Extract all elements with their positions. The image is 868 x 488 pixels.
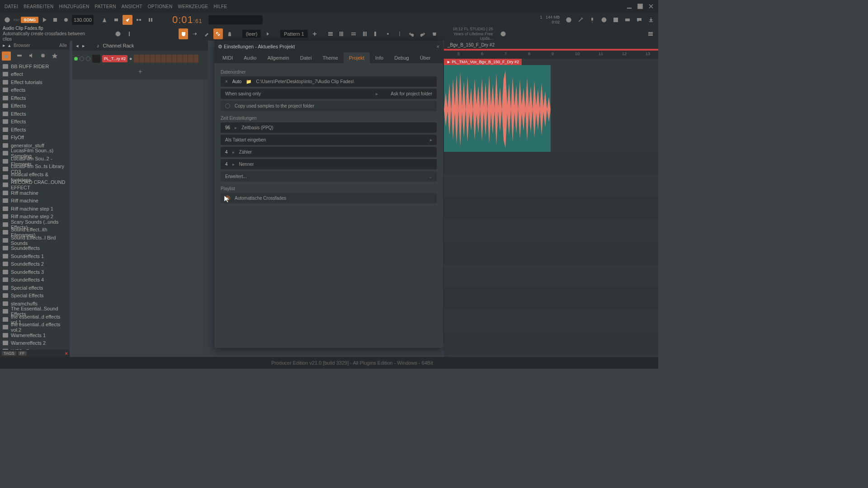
close-icon[interactable] — [646, 1, 656, 12]
playlist-icon[interactable] — [326, 28, 335, 39]
tab-debug[interactable]: Debug — [389, 52, 414, 63]
browser-item[interactable]: Soundeffects 3 — [0, 268, 70, 276]
metronome-icon[interactable] — [99, 14, 110, 25]
step-button[interactable] — [145, 55, 150, 63]
playlist-ruler[interactable]: 5678910111213 — [444, 51, 658, 59]
stop-button[interactable] — [50, 15, 60, 25]
arrow-right-icon[interactable] — [190, 28, 200, 39]
wait-input-icon[interactable] — [111, 14, 122, 25]
menu-ansicht[interactable]: ANSICHT — [119, 4, 145, 9]
step-button[interactable] — [139, 55, 144, 63]
step-button[interactable] — [134, 55, 139, 63]
tab-über[interactable]: Über — [415, 52, 436, 63]
browser-item[interactable]: Effects — [0, 118, 70, 126]
minimize-icon[interactable] — [624, 1, 635, 12]
tag-close-icon[interactable]: × — [65, 351, 68, 356]
menu-pattern[interactable]: PATTERN — [92, 4, 118, 9]
expand-icon[interactable]: ▴ — [8, 42, 11, 48]
timesig-row[interactable]: Als Taktart eingeben ▸ — [221, 135, 437, 145]
download-icon[interactable] — [646, 14, 656, 25]
collapse-icon[interactable]: ▸ — [3, 42, 5, 48]
browser-back-icon[interactable] — [16, 52, 23, 60]
numerator-row[interactable]: 4 ▸ Zähler — [221, 147, 437, 157]
cr-wave-icon[interactable]: ♪ — [97, 43, 99, 48]
browser-item[interactable]: Effects — [0, 102, 70, 110]
step-button[interactable] — [183, 55, 188, 63]
browser-item[interactable]: Soundeffects 1 — [0, 252, 70, 260]
audio-clip[interactable]: ► PL_TMA_Vox_Bgv_B_150_F_Dry #2 — [444, 59, 658, 154]
radio-icon[interactable] — [225, 103, 230, 108]
channel-name[interactable]: PL_T...ry #2 — [102, 55, 127, 62]
menu-hinzufügen[interactable]: HINZUFüGEN — [57, 4, 92, 9]
tab-allgemein[interactable]: Allgemein — [262, 52, 294, 63]
browser-item[interactable]: Riff machine step 1 — [0, 205, 70, 213]
advanced-row[interactable]: Erweitert... ⌄ — [221, 171, 437, 182]
lock-icon[interactable] — [225, 28, 235, 39]
data-folder-row[interactable]: × Auto 📁 C:\Users\Peter\Desktop\into_7\A… — [221, 76, 437, 87]
denominator-row[interactable]: 4 ▸ Nenner — [221, 159, 437, 169]
render-icon[interactable] — [622, 14, 633, 25]
browser-item[interactable]: Effects — [0, 110, 70, 118]
browser-item[interactable]: RECORD CRAC..OUND EFFECT — [0, 181, 70, 189]
ppq-row[interactable]: 96 ▸ Zeitbasis (PPQ) — [221, 122, 437, 133]
mic-icon[interactable] — [587, 14, 598, 25]
browser-star-icon[interactable] — [52, 52, 58, 60]
link-icon[interactable] — [213, 28, 223, 39]
denominator-value[interactable]: 4 — [225, 162, 228, 167]
browser-item[interactable]: Special Effects — [0, 292, 70, 300]
piano-roll-icon[interactable] — [337, 28, 347, 39]
clear-path-icon[interactable]: × — [225, 79, 228, 84]
globe-icon[interactable] — [499, 28, 509, 39]
snap-dropdown[interactable]: (leer) — [242, 30, 261, 38]
ppq-value[interactable]: 96 — [225, 125, 230, 130]
browser-list[interactable]: BB RUFF RIDEReffectEffect tutorialseffec… — [0, 62, 70, 350]
browser-item[interactable]: the essential..d effects vol.2 — [0, 324, 70, 332]
step-button[interactable] — [150, 55, 155, 63]
plugin-icon[interactable] — [383, 28, 393, 39]
menu-optionen[interactable]: OPTIONEN — [145, 4, 175, 9]
radio-icon[interactable] — [225, 196, 230, 201]
tab-projekt[interactable]: Projekt — [344, 52, 370, 63]
chat-icon[interactable] — [634, 14, 645, 25]
tab-midi[interactable]: MIDI — [217, 52, 238, 63]
waveform[interactable] — [444, 65, 551, 154]
redo-icon[interactable] — [418, 28, 428, 39]
channel-slot[interactable] — [92, 55, 100, 63]
browser-item[interactable]: Sound Effects..l Bird Sounds — [0, 236, 70, 244]
tag-item[interactable]: FF — [18, 351, 27, 356]
time-display[interactable]: 0:01:61 — [167, 14, 208, 26]
step-button[interactable] — [188, 55, 193, 63]
play-button[interactable] — [39, 15, 49, 25]
tab-theme[interactable]: Theme — [317, 52, 343, 63]
pattern-selector[interactable]: Pattern 1 — [280, 30, 308, 38]
countdown-icon[interactable] — [123, 15, 132, 25]
browser-toggle-icon[interactable] — [372, 28, 382, 39]
folder-icon[interactable]: 📁 — [246, 79, 251, 84]
browser-sound-icon[interactable] — [28, 52, 34, 60]
close-icon[interactable]: × — [437, 44, 439, 49]
browser-home-icon[interactable] — [2, 52, 11, 61]
sync-icon[interactable] — [2, 14, 13, 25]
knob-icon[interactable] — [113, 28, 123, 39]
menu-bearbeiten[interactable]: BEARBEITEN — [21, 4, 56, 9]
record-button[interactable] — [61, 15, 71, 25]
snap-icon[interactable] — [179, 28, 189, 39]
mixer-icon[interactable] — [360, 28, 370, 39]
browser-item[interactable]: Warnereffects 2 — [0, 339, 70, 347]
chevron-right-icon[interactable] — [263, 28, 273, 39]
step-button[interactable] — [177, 55, 182, 63]
browser-item[interactable]: Effect tutorials — [0, 78, 70, 86]
when-saving-row[interactable]: When saving only ▸ Ask for project folde… — [221, 89, 437, 99]
browser-item[interactable]: effect — [0, 70, 70, 79]
cr-forward-icon[interactable]: ▸ — [82, 43, 85, 49]
browser-item[interactable]: Soundeffects 2 — [0, 260, 70, 268]
tab-datei[interactable]: Datei — [295, 52, 317, 63]
tools-icon[interactable] — [575, 14, 586, 25]
help-icon[interactable]: ? — [599, 14, 609, 25]
bpm-display[interactable]: 130.000 — [72, 15, 94, 25]
maximize-icon[interactable] — [635, 1, 646, 12]
save-icon[interactable] — [610, 14, 621, 25]
channel-row[interactable]: PL_T...ry #2 + — [74, 52, 206, 65]
step-button[interactable] — [156, 55, 160, 63]
cr-back-icon[interactable]: ◂ — [76, 43, 79, 49]
